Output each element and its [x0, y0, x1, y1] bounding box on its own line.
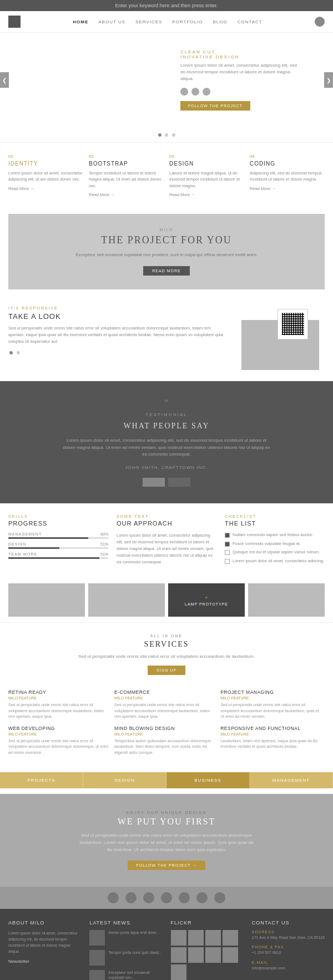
hero-dot-2[interactable] — [165, 133, 168, 137]
nav-home[interactable]: Home — [73, 19, 88, 24]
testimonial-label: TESTIMONIAL — [11, 412, 322, 417]
services-signup-button[interactable]: SIGN UP — [148, 666, 185, 675]
checkbox-4[interactable] — [225, 559, 230, 564]
portfolio-thumb-2[interactable] — [88, 583, 165, 617]
skills-title: PROGRESS — [8, 520, 108, 527]
feature-link-1[interactable]: Read More → — [8, 186, 83, 191]
responsive-title: TAKE A LOOK — [8, 312, 225, 321]
services-label: ALL IN ONE — [8, 634, 325, 638]
approach-col: SOME TEXT OUR APPROACH Lorem ipsum dolor… — [117, 514, 216, 567]
footer-newsletter-label: Newsletter — [8, 959, 81, 964]
check-item-3: Quisque est dui et ulputat sapien varius… — [225, 549, 325, 556]
feature-design: 03 DESIGN Labore et dolore magna aliqua,… — [169, 154, 244, 197]
footer-about-title: About MILO — [8, 920, 81, 926]
nav-about[interactable]: About Us — [98, 19, 125, 24]
portfolio-thumb-3[interactable]: + LAMP PROTOTYPE — [168, 583, 245, 617]
flickr-2[interactable] — [188, 930, 204, 946]
search-placeholder: Enter your keyword here and then press e… — [115, 3, 218, 8]
social-gp-icon[interactable] — [143, 892, 154, 903]
nav-contact[interactable]: Contact — [238, 19, 263, 24]
footer-news: Latest News Aenec porta aqua erat dolor.… — [89, 920, 162, 980]
quote-icon: “ — [11, 398, 322, 408]
responsive-text: IT'S RESPONSIVE TAKE A LOOK Sed ut persp… — [8, 306, 225, 370]
social-yt-icon[interactable] — [196, 892, 208, 903]
flickr-5[interactable] — [171, 947, 186, 963]
checkbox-2[interactable] — [225, 542, 230, 547]
footer-news-title: Latest News — [89, 920, 162, 926]
social-pin-icon[interactable] — [179, 892, 190, 903]
flickr-7[interactable] — [205, 947, 221, 963]
we-title: WE PUT YOU FIRST — [11, 817, 322, 827]
flickr-6[interactable] — [188, 947, 204, 963]
testimonial-author: JOHN SMITH, CRAFTTOWN INC. — [11, 465, 322, 470]
social-tw-icon[interactable] — [125, 892, 137, 903]
checkbox-1[interactable] — [225, 533, 230, 538]
news-text-3: Excepteur sint occaecat cupidatat nec... — [108, 970, 162, 980]
services-grid: RETINA READY MILO FEATURE Sed ut perspic… — [8, 684, 325, 756]
flickr-3[interactable] — [205, 930, 221, 946]
checkbox-3[interactable] — [225, 550, 230, 555]
checklist-label: CHECKLIST — [225, 514, 325, 518]
instagram-icon[interactable] — [203, 88, 210, 96]
features-section: 01 IDENTITY Lorem ipsum dolor sit amet, … — [0, 142, 333, 208]
project-banner: MILO THE PROJECT FOR YOU Excepteur sint … — [8, 214, 325, 289]
approach-label: SOME TEXT — [117, 514, 216, 518]
hero-dots — [0, 127, 333, 142]
flickr-8[interactable] — [223, 947, 238, 963]
social-li-icon[interactable] — [161, 892, 172, 903]
feature-link-2[interactable]: Read More → — [89, 192, 164, 197]
banner-btn[interactable]: READ MORE — [143, 266, 189, 276]
phone-label: PHONE & FAX — [252, 945, 325, 949]
footer-contact: Contact Us ADDRESS 171 Ave A Way Road Sa… — [252, 920, 325, 980]
flickr-1[interactable] — [171, 930, 186, 946]
testimonial-prev[interactable] — [143, 478, 165, 487]
resp-dot-2[interactable] — [17, 351, 20, 354]
skill-management: MANAGEMENT 80% — [8, 532, 108, 539]
search-bar[interactable]: Enter your keyword here and then press e… — [0, 0, 333, 11]
feature-bootstrap: 02 BOOTSTRAP Tempor incididunt ut labore… — [89, 154, 164, 197]
hero-follow-button[interactable]: Follow The Project — [180, 101, 250, 111]
service-retina: RETINA READY MILO FEATURE Sed ut perspic… — [8, 689, 109, 720]
qr-code — [278, 309, 308, 339]
tab-design[interactable]: DESIGN — [83, 772, 167, 788]
flickr-9[interactable] — [171, 964, 186, 980]
news-text-2: Tempor porta nunc quic daed... — [108, 950, 162, 966]
feature-body-4: Adipiscing elit, sed do eiusmod tempus i… — [250, 170, 325, 183]
feature-link-4[interactable]: Read More → — [250, 186, 325, 191]
hero-social — [180, 88, 302, 96]
social-fb-icon[interactable] — [108, 892, 119, 903]
footer-flickr-title: Flickr — [171, 920, 244, 926]
news-thumb-3 — [89, 970, 105, 980]
responsive-device — [236, 306, 325, 370]
portfolio-thumb-1[interactable] — [8, 583, 85, 617]
logo[interactable] — [8, 16, 21, 28]
hero-dot-1[interactable] — [158, 133, 162, 137]
nav-portfolio[interactable]: Portfolio — [172, 19, 203, 24]
flickr-4[interactable] — [223, 930, 238, 946]
hero-body: Lorem ipsum dolor sit amet, consectetur … — [180, 62, 302, 82]
we-follow-button[interactable]: FOLLOW THE PROJECT → — [128, 861, 206, 870]
news-item-3: Excepteur sint occaecat cupidatat nec... — [89, 970, 162, 980]
email-value: info@example.com — [252, 966, 325, 972]
resp-dot-1[interactable] — [9, 351, 13, 354]
tab-management[interactable]: MANAGEMENT — [250, 772, 333, 788]
portfolio-thumb-4[interactable] — [248, 583, 325, 617]
facebook-icon[interactable] — [180, 88, 188, 96]
nav-services[interactable]: Services — [135, 19, 162, 24]
address-value: 171 Ave A Way Road San Jose, CA 95116 — [252, 935, 325, 941]
tab-projects[interactable]: PROJECTS — [0, 772, 83, 788]
skill-pct-2: 51% — [100, 542, 108, 547]
hero-prev-arrow[interactable]: ❮ — [0, 72, 9, 88]
tab-business[interactable]: BUSINESS — [167, 772, 250, 788]
feature-num-4: 04 — [250, 154, 325, 159]
nav-search-icon[interactable] — [315, 17, 325, 27]
social-rs-icon[interactable] — [214, 892, 225, 903]
testimonial-title: WHAT PEOPLE SAY — [11, 422, 322, 431]
hero-next-arrow[interactable]: ❯ — [324, 72, 333, 88]
twitter-icon[interactable] — [191, 88, 199, 96]
hero-dot-3[interactable] — [172, 133, 175, 137]
testimonial-body: Lorem ipsum dolor sit amet, consectetur … — [61, 437, 272, 458]
nav-blog[interactable]: Blog — [213, 19, 227, 24]
testimonial-next[interactable] — [168, 478, 190, 487]
feature-link-3[interactable]: Read More → — [169, 192, 244, 197]
